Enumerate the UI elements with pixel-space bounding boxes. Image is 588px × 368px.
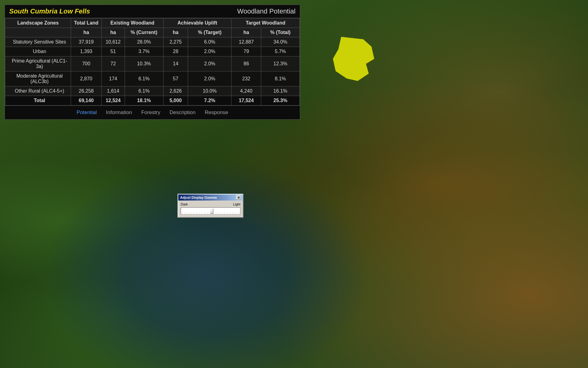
- subheader-achievable-ha: ha: [163, 28, 188, 37]
- title-bar: South Cumbria Low Fells Woodland Potenti…: [5, 5, 300, 18]
- total-ha: 1,393: [71, 47, 102, 56]
- total-zone-label: Total: [5, 96, 71, 105]
- existing-ha: 10,612: [102, 37, 125, 47]
- gamma-close-button[interactable]: ✕: [236, 195, 241, 200]
- gamma-title: Adjust Display Gamma: [180, 196, 217, 199]
- total-ha: 37,919: [71, 37, 102, 47]
- gamma-labels: Dark Light: [181, 202, 240, 206]
- subheader-target-pct: % (Total): [261, 28, 300, 37]
- nav-tab-response[interactable]: Response: [205, 109, 228, 116]
- table-row: Moderate Agricultural (ALC3b) 2,870 174 …: [5, 71, 300, 86]
- nav-tab-information[interactable]: Information: [106, 109, 132, 116]
- gamma-label-light: Light: [233, 202, 240, 206]
- achievable-ha: 28: [163, 47, 188, 56]
- gamma-dialog: Adjust Display Gamma ✕ Dark Light: [178, 194, 243, 218]
- existing-ha: 174: [102, 71, 125, 86]
- gamma-track: [182, 208, 239, 214]
- gamma-titlebar: Adjust Display Gamma ✕: [178, 194, 243, 201]
- existing-ha: 51: [102, 47, 125, 56]
- subheader-existing-pct: % (Current): [125, 28, 163, 37]
- main-panel: South Cumbria Low Fells Woodland Potenti…: [5, 5, 300, 120]
- existing-pct: 3.7%: [125, 47, 163, 56]
- subheader-total-ha: ha: [71, 28, 102, 37]
- table-row: Other Rural (ALC4-5+) 26,258 1,614 6.1% …: [5, 86, 300, 96]
- achievable-pct: 2.0%: [188, 71, 232, 86]
- target-ha: 12,887: [232, 37, 261, 47]
- existing-pct: 6.1%: [125, 71, 163, 86]
- data-table: Landscape Zones Total Land Existing Wood…: [5, 18, 300, 105]
- col-header-achievable: Achievable Uplift: [163, 18, 232, 28]
- achievable-pct: 2.0%: [188, 56, 232, 71]
- table-body: Statutory Sensitive Sites 37,919 10,612 …: [5, 37, 300, 105]
- achievable-ha: 2,626: [163, 86, 188, 96]
- target-ha: 232: [232, 71, 261, 86]
- zone-name: Statutory Sensitive Sites: [5, 37, 71, 47]
- nav-tab-potential[interactable]: Potential: [77, 109, 97, 116]
- zone-name: Urban: [5, 47, 71, 56]
- target-ha: 86: [232, 56, 261, 71]
- zone-name: Other Rural (ALC4-5+): [5, 86, 71, 96]
- existing-pct: 10.3%: [125, 56, 163, 71]
- gamma-body: Dark Light: [178, 201, 243, 217]
- col-header-total: Total Land: [71, 18, 102, 28]
- gamma-label-dark: Dark: [181, 202, 188, 206]
- achievable-ha: 14: [163, 56, 188, 71]
- zone-name: Prime Agricultural (ALC1-3a): [5, 56, 71, 71]
- existing-ha: 72: [102, 56, 125, 71]
- target-pct: 5.7%: [261, 47, 300, 56]
- zone-name: Moderate Agricultural (ALC3b): [5, 71, 71, 86]
- panel-title: Woodland Potential: [237, 7, 296, 15]
- subheader-achievable-pct: % (Target): [188, 28, 232, 37]
- nav-tabs: PotentialInformationForestryDescriptionR…: [5, 105, 300, 119]
- existing-pct: 6.1%: [125, 86, 163, 96]
- target-ha: 79: [232, 47, 261, 56]
- total-achievable-ha: 5,000: [163, 96, 188, 105]
- achievable-ha: 57: [163, 71, 188, 86]
- subheader-existing-ha: ha: [102, 28, 125, 37]
- subheader-target-ha: ha: [232, 28, 261, 37]
- target-pct: 8.1%: [261, 71, 300, 86]
- table-row: Prime Agricultural (ALC1-3a) 700 72 10.3…: [5, 56, 300, 71]
- total-ha: 2,870: [71, 71, 102, 86]
- total-row: Total 69,140 12,524 18.1% 5,000 7.2% 17,…: [5, 96, 300, 105]
- total-ha: 700: [71, 56, 102, 71]
- total-target-ha: 17,524: [232, 96, 261, 105]
- nav-tab-description[interactable]: Description: [169, 109, 195, 116]
- target-pct: 16.1%: [261, 86, 300, 96]
- col-header-target: Target Woodland: [232, 18, 300, 28]
- achievable-ha: 2,275: [163, 37, 188, 47]
- total-achievable-pct: 7.2%: [188, 96, 232, 105]
- col-header-existing: Existing Woodland: [102, 18, 164, 28]
- table-row: Statutory Sensitive Sites 37,919 10,612 …: [5, 37, 300, 47]
- existing-ha: 1,614: [102, 86, 125, 96]
- total-existing-pct: 18.1%: [125, 96, 163, 105]
- subheader-zone: [5, 28, 71, 37]
- gamma-slider-container[interactable]: [181, 207, 240, 215]
- target-pct: 12.3%: [261, 56, 300, 71]
- region-title: South Cumbria Low Fells: [9, 7, 90, 15]
- target-ha: 4,240: [232, 86, 261, 96]
- total-ha: 26,258: [71, 86, 102, 96]
- gamma-slider-thumb[interactable]: [210, 208, 213, 214]
- col-header-landscape: Landscape Zones: [5, 18, 71, 28]
- achievable-pct: 6.0%: [188, 37, 232, 47]
- total-total-ha: 69,140: [71, 96, 102, 105]
- target-pct: 34.0%: [261, 37, 300, 47]
- total-target-pct: 25.3%: [261, 96, 300, 105]
- existing-pct: 28.0%: [125, 37, 163, 47]
- achievable-pct: 10.0%: [188, 86, 232, 96]
- nav-tab-forestry[interactable]: Forestry: [141, 109, 160, 116]
- achievable-pct: 2.0%: [188, 47, 232, 56]
- total-existing-ha: 12,524: [102, 96, 125, 105]
- table-row: Urban 1,393 51 3.7% 28 2.0% 79 5.7%: [5, 47, 300, 56]
